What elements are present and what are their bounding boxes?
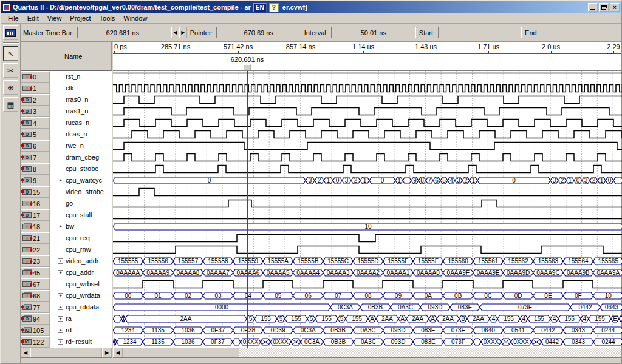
waveform-row-cpu_addr[interactable]: 0AAAAA0AAAA90AAAA80AAAA70AAAA60AAAA50AAA…: [113, 267, 621, 278]
waveform-scroll-thumb[interactable]: [123, 348, 239, 357]
signal-name-cell[interactable]: +cpu_waitcyc: [50, 175, 112, 186]
signal-row-button[interactable]: I68: [21, 290, 50, 302]
signal-row-button[interactable]: O3: [21, 106, 50, 117]
waveform-row-cpu_strobe[interactable]: [113, 163, 621, 175]
waveform-row-bw[interactable]: 10: [113, 221, 621, 232]
waveform-rows-area[interactable]: 0321032101987654321032103210101555551555…: [113, 71, 621, 348]
signal-name-cell[interactable]: +rd~result: [50, 336, 112, 348]
signal-name-cell[interactable]: cpu_stall: [50, 209, 112, 221]
waveform-scroll-left-button[interactable]: ◀: [113, 348, 123, 357]
expand-plus-icon[interactable]: +: [58, 258, 63, 264]
waveform-row-clk[interactable]: [113, 83, 621, 94]
minimize-button[interactable]: [588, 3, 598, 12]
waveform-row-cpu_req[interactable]: [113, 232, 621, 244]
waveform-row-video_addr[interactable]: 15555515555615555715555815555915555A1555…: [113, 255, 621, 267]
master-time-cursor-line[interactable]: [247, 71, 248, 348]
expand-plus-icon[interactable]: +: [58, 224, 63, 229]
signal-row-button[interactable]: I22: [21, 244, 50, 255]
names-scroll-left-button[interactable]: ◀: [21, 348, 30, 357]
menu-window[interactable]: Window: [119, 14, 151, 22]
signal-name-cell[interactable]: +bw: [50, 221, 112, 232]
names-hscrollbar[interactable]: ◀ ▶: [21, 348, 112, 357]
signal-row-button[interactable]: O7: [21, 152, 50, 163]
waveform-row-dram_cbeg[interactable]: [113, 152, 621, 163]
waveform-row-cpu_wrdata[interactable]: 000102030405060708090A0B0C0D0E0F10: [113, 290, 621, 302]
menu-file[interactable]: File: [4, 14, 23, 22]
expand-plus-icon[interactable]: +: [58, 178, 63, 183]
start-field[interactable]: [438, 27, 522, 38]
signal-row-button[interactable]: O5: [21, 129, 50, 140]
signal-row-button[interactable]: O6: [21, 140, 50, 152]
signal-row-button[interactable]: I0: [21, 71, 50, 83]
signal-name-cell[interactable]: rlcas_n: [50, 129, 112, 140]
signal-name-cell[interactable]: rwe_n: [50, 140, 112, 152]
signal-row-button[interactable]: O77: [21, 302, 50, 313]
signal-name-cell[interactable]: cpu_strobe: [50, 163, 112, 175]
master-time-cursor-handle[interactable]: [244, 64, 251, 70]
signal-name-cell[interactable]: cpu_req: [50, 232, 112, 244]
waveform-row-cpu_stall[interactable]: [113, 209, 621, 221]
signal-name-cell[interactable]: cpu_rnw: [50, 244, 112, 255]
zoom-tool[interactable]: ⊕: [3, 80, 18, 95]
signal-row-button[interactable]: O8: [21, 163, 50, 175]
waveform-row-rd~result[interactable]: 1234113510360F370XXX0XXX0C3A0B3B0A3C093D…: [113, 336, 621, 348]
signal-name-cell[interactable]: rras0_n: [50, 94, 112, 106]
waveform-row-cpu_rnw[interactable]: [113, 244, 621, 255]
signal-row-button[interactable]: I18: [21, 221, 50, 232]
signal-row-button[interactable]: O2: [21, 94, 50, 106]
signal-name-cell[interactable]: clk: [50, 83, 112, 94]
expand-plus-icon[interactable]: +: [58, 328, 63, 333]
signal-name-cell[interactable]: rst_n: [50, 71, 112, 83]
waveform-scroll-track[interactable]: [239, 348, 621, 357]
signal-name-cell[interactable]: rucas_n: [50, 117, 112, 129]
signal-row-button[interactable]: O15: [21, 186, 50, 198]
names-scroll-thumb[interactable]: [30, 348, 102, 357]
expand-plus-icon[interactable]: +: [58, 293, 63, 298]
waveform-hscrollbar[interactable]: ◀: [113, 348, 621, 357]
expand-plus-icon[interactable]: +: [58, 305, 63, 310]
waveform-row-rras1_n[interactable]: [113, 106, 621, 117]
signal-name-cell[interactable]: +ra: [50, 313, 112, 325]
signal-row-button[interactable]: IO122: [21, 336, 50, 348]
waveform-row-rst_n[interactable]: [113, 71, 621, 83]
names-scroll-right-button[interactable]: ▶: [102, 348, 112, 357]
signal-name-cell[interactable]: rras1_n: [50, 106, 112, 117]
close-button[interactable]: ×: [610, 3, 620, 12]
waveform-row-rlcas_n[interactable]: [113, 129, 621, 140]
signal-name-cell[interactable]: video_strobe: [50, 186, 112, 198]
waveform-row-cpu_waitcyc[interactable]: 0321032101987654321032103210: [113, 175, 621, 186]
waveform-row-rras0_n[interactable]: [113, 94, 621, 106]
waveform-editor-tool[interactable]: [3, 25, 18, 40]
signal-name-cell[interactable]: cpu_wrbsel: [50, 278, 112, 290]
menu-project[interactable]: Project: [66, 14, 95, 22]
signal-row-button[interactable]: I21: [21, 232, 50, 244]
language-indicator[interactable]: EN: [253, 3, 267, 12]
signal-row-button[interactable]: O4: [21, 117, 50, 129]
menu-view[interactable]: View: [43, 14, 66, 22]
signal-row-button[interactable]: IO105: [21, 325, 50, 336]
master-timebar-strip[interactable]: 620.681 ns: [113, 54, 621, 71]
master-time-bar-field[interactable]: 620.681 ns: [77, 27, 168, 38]
signal-name-cell[interactable]: +cpu_wrdata: [50, 290, 112, 302]
signal-name-cell[interactable]: +video_addr: [50, 255, 112, 267]
help-icon[interactable]: ?: [269, 3, 279, 12]
waveform-row-go[interactable]: [113, 198, 621, 209]
split-tool[interactable]: ✂: [3, 63, 18, 78]
signal-row-button[interactable]: I23: [21, 255, 50, 267]
restore-button[interactable]: [599, 3, 609, 12]
time-step-right-button[interactable]: ▶: [179, 27, 187, 38]
signal-row-button[interactable]: O94: [21, 313, 50, 325]
end-field[interactable]: [542, 27, 618, 38]
timeline-ruler[interactable]: 0 ps285.71 ns571.42 ns857.14 ns1.14 us1.…: [113, 42, 621, 54]
signal-name-cell[interactable]: dram_cbeg: [50, 152, 112, 163]
waveform-row-cpu_rddata[interactable]: 00000C3A0B3B0A3C093D083E073F04420343: [113, 302, 621, 313]
signal-name-cell[interactable]: +cpu_addr: [50, 267, 112, 278]
signal-row-button[interactable]: I45: [21, 267, 50, 278]
signal-row-button[interactable]: I67: [21, 278, 50, 290]
time-step-left-button[interactable]: ◀: [171, 27, 179, 38]
menu-tools[interactable]: Tools: [95, 14, 120, 22]
waveform-row-video_strobe[interactable]: [113, 186, 621, 198]
waveform-row-rd[interactable]: 1234113510360F370E380D390C3A0B3B0A3C093D…: [113, 325, 621, 336]
signal-name-cell[interactable]: +cpu_rddata: [50, 302, 112, 313]
waveform-row-cpu_wrbsel[interactable]: [113, 278, 621, 290]
